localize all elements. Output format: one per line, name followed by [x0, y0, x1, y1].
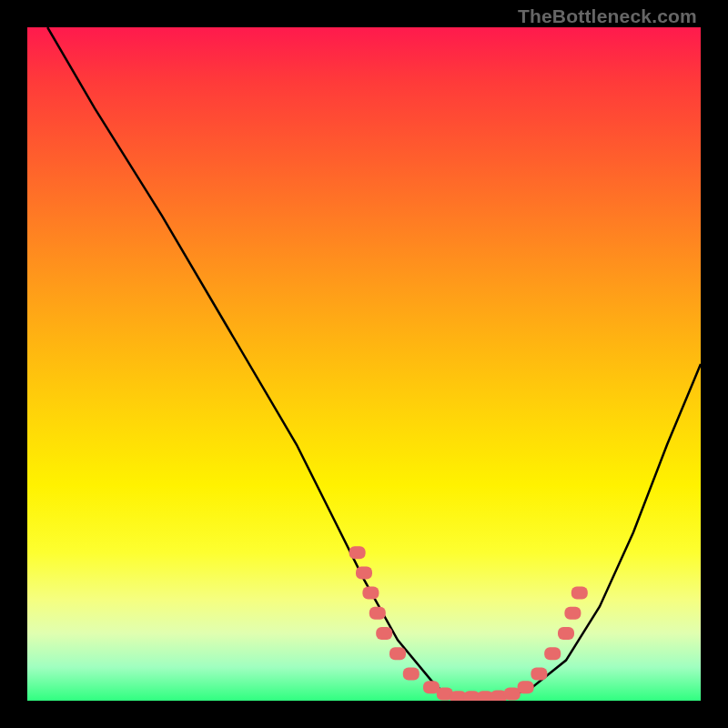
bottleneck-curve: [47, 27, 701, 701]
scatter-point: [544, 647, 561, 660]
scatter-point: [571, 587, 588, 600]
scatter-point: [349, 546, 366, 559]
scatter-point: [558, 627, 574, 640]
scatter-point: [518, 681, 534, 693]
scatter-point: [356, 566, 372, 579]
scatter-point: [376, 627, 392, 640]
scatter-point: [564, 607, 581, 620]
watermark-text: TheBottleneck.com: [518, 5, 697, 27]
chart-svg: [27, 27, 701, 701]
scatter-point: [531, 667, 547, 680]
scatter-markers: [349, 546, 588, 701]
scatter-point: [389, 647, 406, 660]
plot-area: [27, 27, 701, 701]
chart-container: TheBottleneck.com: [0, 0, 728, 728]
scatter-point: [369, 607, 386, 620]
scatter-point: [403, 667, 420, 680]
scatter-point: [362, 587, 379, 600]
